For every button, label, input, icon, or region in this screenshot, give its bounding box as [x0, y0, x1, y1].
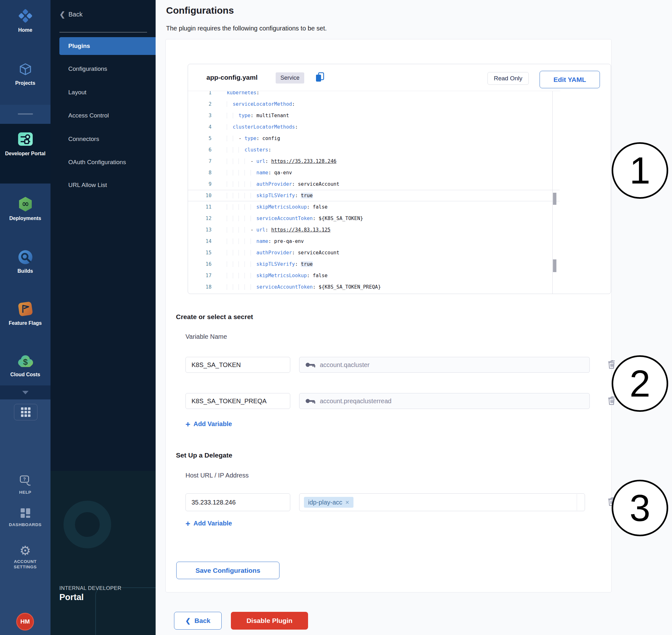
cloud-costs-icon: $ [16, 354, 35, 370]
code-text: kubernetes: [212, 91, 259, 95]
delegate-tag-label: idp-play-acc [308, 499, 342, 506]
line-number: 11 [188, 201, 212, 213]
yaml-code-viewport[interactable]: 1kubernetes:2 serviceLocatorMethod:3 typ… [188, 91, 560, 294]
delegate-tag-chip: idp-play-acc ✕ [304, 497, 353, 508]
host-url-input[interactable] [186, 494, 290, 511]
code-line-12: 12 serviceAccountToken: ${K8S_SA_TOKEN} [188, 213, 560, 224]
chevron-left-icon: ❮ [186, 617, 191, 625]
sidebar-item-home[interactable]: Home [0, 8, 50, 33]
chevron-left-icon: ❮ [59, 12, 65, 18]
subnav-item-plugins[interactable]: Plugins [59, 37, 156, 55]
code-line-14: 14 name: pre-qa-env [188, 236, 560, 247]
code-line-7: 7 - url: https://35.233.128.246 [188, 156, 560, 167]
sidebar-item-account-settings[interactable]: ⚙ ACCOUNT SETTINGS [0, 544, 50, 570]
sidebar-item-dashboards[interactable]: DASHBOARDS [0, 507, 50, 527]
subnav-item-configurations[interactable]: Configurations [68, 65, 107, 72]
code-text: clusterLocatorMethods: [212, 124, 298, 130]
subnav-item-layout[interactable]: Layout [68, 89, 86, 96]
subnav-item-connectors[interactable]: Connectors [68, 136, 99, 143]
subnav-item-label: Plugins [59, 43, 90, 49]
save-configurations-button[interactable]: Save Configurations [176, 562, 280, 579]
remove-tag-icon[interactable]: ✕ [345, 499, 349, 505]
line-number: 13 [188, 224, 212, 236]
code-text: serviceAccountToken: ${K8S_SA_TOKEN} [212, 216, 363, 221]
sidebar-item-label: DASHBOARDS [0, 522, 50, 527]
code-line-6: 6 clusters: [188, 144, 560, 156]
code-line-15: 15 authProvider: serviceAccount [188, 247, 560, 259]
code-text: serviceAccountToken: ${K8S_SA_TOKEN_PREQ… [212, 284, 381, 290]
user-avatar[interactable]: HM [16, 613, 34, 631]
edit-yaml-button[interactable]: Edit YAML [540, 71, 600, 88]
code-text: - url: https://34.83.13.125 [212, 227, 331, 233]
variable-name-input[interactable] [186, 393, 290, 409]
sidebar-item-feature-flags[interactable]: Feature Flags [0, 301, 50, 326]
code-line-3: 3 type: multiTenant [188, 110, 560, 121]
subnav-item-oauth-configurations[interactable]: OAuth Configurations [68, 159, 126, 166]
secret-selector[interactable]: account.qacluster [299, 357, 590, 373]
sidebar-item-builds[interactable]: Builds [0, 249, 50, 274]
line-number: 10 [188, 190, 212, 201]
sidebar-item-label: Developer Portal [0, 151, 50, 156]
subnav-item-label: Connectors [68, 136, 99, 142]
disable-plugin-button[interactable]: Disable Plugin [231, 612, 308, 630]
sidebar-item-cloud-costs[interactable]: $ Cloud Costs [0, 354, 50, 377]
global-nav: Home Projects Developer Portal ∞ Deploym… [0, 0, 50, 635]
code-text: name: qa-env [212, 170, 292, 176]
code-text: type: multiTenant [212, 113, 289, 118]
code-line-4: 4 clusterLocatorMethods: [188, 121, 560, 133]
add-variable-label: Add Variable [193, 420, 232, 428]
back-link[interactable]: ❮ Back [59, 11, 83, 18]
code-line-1: 1kubernetes: [188, 91, 560, 98]
sidebar-item-label: Deployments [0, 215, 50, 221]
delegate-tags-input[interactable]: idp-play-acc ✕ [299, 494, 585, 511]
line-number: 14 [188, 236, 212, 247]
line-number: 7 [188, 156, 212, 167]
nav-collapse-handle[interactable] [18, 113, 33, 115]
variable-name-input[interactable] [186, 357, 290, 373]
code-text: skipTLSVerify: true [212, 193, 313, 198]
back-button[interactable]: ❮ Back [174, 612, 222, 630]
line-number: 6 [188, 144, 212, 156]
code-text: skipMetricsLookup: false [212, 204, 327, 210]
sidebar-item-label: HELP [0, 489, 50, 495]
line-number: 16 [188, 259, 212, 270]
sidebar-item-developer-portal[interactable]: Developer Portal [0, 131, 50, 156]
code-line-10: 10 skipTLSVerify: true [188, 190, 560, 201]
product-title: Portal [59, 592, 84, 602]
app-root: Home Projects Developer Portal ∞ Deploym… [0, 0, 672, 635]
harness-logo-icon [18, 8, 33, 25]
subnav-item-access-control[interactable]: Access Control [68, 112, 109, 119]
nav-more-band[interactable] [0, 386, 50, 399]
line-number: 2 [188, 98, 212, 110]
add-variable-link[interactable]: + Add Variable [186, 420, 232, 428]
code-text: name: pre-qa-env [212, 238, 304, 244]
sidebar-item-deployments[interactable]: ∞ Deployments [0, 196, 50, 221]
secret-selector[interactable]: account.preqaclusterread [299, 393, 590, 409]
secret-value: account.qacluster [320, 361, 370, 369]
line-number: 4 [188, 121, 212, 133]
sidebar-item-projects[interactable]: Projects [0, 62, 50, 86]
sidebar-item-label: Home [0, 27, 50, 33]
code-line-2: 2 serviceLocatorMethod: [188, 98, 560, 110]
yaml-editor-card: app-config.yaml Service Read Only Edit Y… [188, 64, 611, 294]
decorative-ring [64, 501, 111, 548]
tag-field-divider [577, 494, 577, 510]
add-variable-link[interactable]: + Add Variable [186, 520, 232, 527]
sidebar-item-help[interactable]: ? HELP [0, 475, 50, 495]
delegate-section-title: Set Up a Delegate [176, 452, 232, 459]
line-number: 15 [188, 247, 212, 259]
key-icon [305, 362, 316, 368]
code-text: skipMetricsLookup: false [212, 273, 327, 279]
decorative-rounded-square [95, 587, 156, 635]
code-lines: 1kubernetes:2 serviceLocatorMethod:3 typ… [188, 91, 560, 293]
line-number: 9 [188, 178, 212, 190]
code-line-16: 16 skipTLSVerify: true [188, 259, 560, 270]
code-text: authProvider: serviceAccount [212, 181, 340, 187]
product-eyebrow: INTERNAL DEVELOPER [59, 585, 121, 591]
subnav-item-label: Configurations [68, 65, 107, 72]
module-picker-button[interactable] [14, 404, 38, 420]
subnav-item-url-allow-list[interactable]: URL Allow List [68, 182, 107, 189]
annotation-number: 2 [629, 362, 650, 405]
copy-icon[interactable] [315, 72, 325, 84]
sidebar-item-label: Feature Flags [0, 320, 50, 326]
